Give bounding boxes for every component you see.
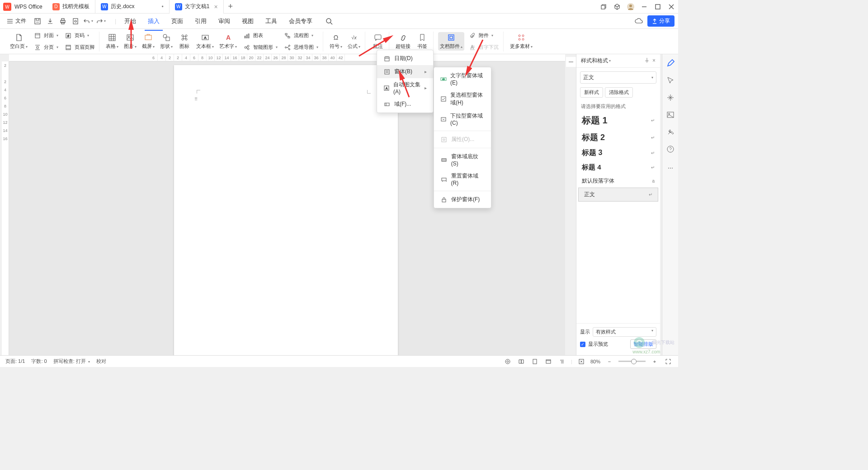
spellcheck-status[interactable]: 拼写检查: 打开 ▾ <box>53 358 90 365</box>
tab-add-button[interactable]: + <box>224 2 238 11</box>
cloud-icon[interactable] <box>633 15 645 27</box>
dd-text-form[interactable]: ab文字型窗体域(E) <box>434 69 491 89</box>
clear-format-button[interactable]: 清除格式 <box>605 87 633 98</box>
page-indicator[interactable]: 页面: 1/1 <box>5 358 25 365</box>
icon-button[interactable]: 图标 <box>176 32 193 51</box>
maximize-icon[interactable] <box>651 0 665 14</box>
attachment-button[interactable]: 附件▾ <box>466 30 500 41</box>
focus-icon[interactable] <box>503 357 512 366</box>
mindmap-button[interactable]: 思维导图▾ <box>281 42 320 53</box>
style-h4[interactable]: 标题 4↵ <box>576 160 660 174</box>
chevron-down-icon[interactable]: ▾ <box>609 59 611 63</box>
minimize-icon[interactable] <box>637 0 651 14</box>
tab-doc1[interactable]: W 文字文稿1 × <box>170 0 224 14</box>
web-view-icon[interactable] <box>544 357 553 366</box>
cover-button[interactable]: 封面▾ <box>31 30 60 41</box>
tab-view[interactable]: 视图 <box>236 14 259 28</box>
export-icon[interactable] <box>44 15 56 27</box>
sparkle-icon[interactable] <box>665 92 676 103</box>
tab-tools[interactable]: 工具 <box>260 14 283 28</box>
outline-view-icon[interactable] <box>557 357 566 366</box>
window-dup-icon[interactable] <box>597 0 610 14</box>
show-select[interactable]: 有效样式▾ <box>593 327 656 337</box>
zoom-in-icon[interactable]: + <box>650 357 659 366</box>
dd-date[interactable]: 日期(D) <box>377 52 433 65</box>
dd-checkbox-form[interactable]: 复选框型窗体域(H) <box>434 89 491 109</box>
tab-page[interactable]: 页面 <box>166 14 189 28</box>
search-icon[interactable] <box>323 15 335 27</box>
preview-checkbox[interactable]: ✓ <box>580 342 585 347</box>
cube-icon[interactable] <box>610 0 624 14</box>
avatar-icon[interactable] <box>624 0 637 14</box>
screenshot-button[interactable]: 截屏▾ <box>140 32 156 51</box>
cursor-icon[interactable] <box>665 75 676 86</box>
pin-icon[interactable] <box>644 57 650 64</box>
close-icon[interactable]: × <box>214 3 217 10</box>
hyperlink-button[interactable]: 超链接 <box>394 32 412 51</box>
page[interactable]: ⠿ <box>174 65 398 355</box>
tools-icon[interactable] <box>665 127 676 137</box>
book-view-icon[interactable] <box>517 357 526 366</box>
more-icon[interactable]: ⋯ <box>665 163 676 174</box>
style-h2[interactable]: 标题 2↵ <box>576 129 660 146</box>
shape-button[interactable]: 形状▾ <box>158 32 175 51</box>
style-body[interactable]: 正文↵ <box>578 188 658 202</box>
word-count[interactable]: 字数: 0 <box>31 358 47 365</box>
style-h3[interactable]: 标题 3↵ <box>576 146 660 160</box>
current-style-select[interactable]: 正文▾ <box>580 71 656 84</box>
tab-member[interactable]: 会员专享 <box>283 14 318 28</box>
tab-history[interactable]: W 历史.docx • <box>95 0 170 14</box>
drag-handle-icon[interactable]: ⠿ <box>194 97 198 102</box>
fullscreen-icon[interactable] <box>664 357 673 366</box>
dd-shading[interactable]: 窗体域底纹(S) <box>434 150 491 169</box>
bookmark-button[interactable]: 书签 <box>414 32 430 51</box>
help-icon[interactable] <box>665 144 676 155</box>
zoom-slider[interactable] <box>618 361 646 362</box>
undo-icon[interactable]: ▾ <box>82 15 94 27</box>
close-icon[interactable] <box>665 0 678 14</box>
textbox-button[interactable]: A文本框▾ <box>194 32 216 51</box>
zoom-value[interactable]: 80% <box>590 359 600 364</box>
tab-start[interactable]: 开始 <box>119 14 142 28</box>
dd-field[interactable]: 域(F)... <box>377 98 433 111</box>
fit-icon[interactable] <box>577 357 586 366</box>
section-button[interactable]: 分页▾ <box>31 42 60 53</box>
tab-reference[interactable]: 引用 <box>189 14 212 28</box>
blank-page-button[interactable]: 空白页▾ <box>8 32 29 51</box>
dd-autotext[interactable]: A自动图文集(A)▸ <box>377 78 433 98</box>
wordart-button[interactable]: A艺术字▾ <box>217 32 239 51</box>
symbol-button[interactable]: Ω符号▾ <box>328 32 344 51</box>
headerfooter-button[interactable]: 页眉页脚 <box>62 42 96 53</box>
image-tool-icon[interactable] <box>665 109 676 120</box>
tab-template[interactable]: D 找稻壳模板 <box>47 0 95 14</box>
collapse-ribbon-button[interactable] <box>566 57 576 67</box>
comment-button[interactable]: 批注 <box>370 32 386 51</box>
style-default-font[interactable]: 默认段落字体a <box>576 174 660 188</box>
dd-protect[interactable]: 保护窗体(F) <box>434 193 491 206</box>
redo-icon[interactable]: ▾ <box>95 15 107 27</box>
print-icon[interactable] <box>57 15 69 27</box>
table-button[interactable]: 表格▾ <box>104 32 120 51</box>
style-h1[interactable]: 标题 1↵ <box>576 112 660 129</box>
preview-icon[interactable] <box>70 15 81 27</box>
equation-button[interactable]: √x公式▾ <box>346 32 362 51</box>
docparts-button[interactable]: 文档部件▴ <box>438 32 464 51</box>
smartart-button[interactable]: 智能图形▾ <box>241 42 279 53</box>
more-button[interactable]: 更多素材▾ <box>508 32 534 51</box>
dd-dropdown-form[interactable]: 下拉型窗体域(C) <box>434 109 491 129</box>
chart-button[interactable]: 图表 <box>241 30 279 41</box>
page-view-icon[interactable] <box>530 357 539 366</box>
new-style-button[interactable]: 新样式 <box>580 87 603 98</box>
share-button[interactable]: 分享 <box>647 15 675 27</box>
close-icon[interactable]: × <box>652 57 656 64</box>
dd-form[interactable]: 窗体(B)▸ <box>377 65 433 78</box>
pagenum-button[interactable]: #页码▾ <box>62 30 96 41</box>
proofread[interactable]: 校对 <box>96 358 106 365</box>
zoom-out-icon[interactable]: − <box>605 357 614 366</box>
save-icon[interactable] <box>32 15 43 27</box>
picture-button[interactable]: 图片▾ <box>122 32 138 51</box>
pencil-icon[interactable] <box>665 58 676 69</box>
file-menu[interactable]: 文件 <box>4 15 30 27</box>
dd-reset[interactable]: 重置窗体域(R) <box>434 169 491 189</box>
tab-review[interactable]: 审阅 <box>213 14 236 28</box>
